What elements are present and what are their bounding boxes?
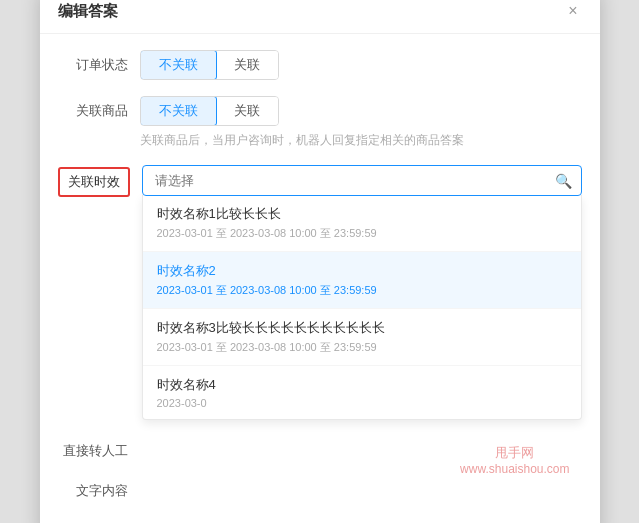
dialog-header: 编辑答案 × [40,0,600,34]
direct-transfer-row: 直接转人工 [58,436,582,460]
order-status-linked[interactable]: 关联 [216,51,278,79]
order-status-unlinked[interactable]: 不关联 [140,50,217,80]
dropdown-item-3[interactable]: 时效名称3比较长长长长长长长长长长长 2023-03-01 至 2023-03-… [143,309,581,366]
order-status-content: 不关联 关联 [140,50,582,80]
order-status-label: 订单状态 [58,50,128,74]
search-box-wrapper: 🔍 [142,165,582,196]
item-date-3: 2023-03-01 至 2023-03-08 10:00 至 23:59:59 [157,340,567,355]
related-product-content: 不关联 关联 关联商品后，当用户咨询时，机器人回复指定相关的商品答案 [140,96,582,149]
item-name-4: 时效名称4 [157,376,567,394]
close-button[interactable]: × [564,1,581,21]
dropdown-item-2[interactable]: 时效名称2 2023-03-01 至 2023-03-08 10:00 至 23… [143,252,581,309]
search-icon: 🔍 [555,173,572,189]
item-date-1: 2023-03-01 至 2023-03-08 10:00 至 23:59:59 [157,226,567,241]
item-date-2: 2023-03-01 至 2023-03-08 10:00 至 23:59:59 [157,283,567,298]
dropdown-item-1[interactable]: 时效名称1比较长长长 2023-03-01 至 2023-03-08 10:00… [143,195,581,252]
related-time-label: 关联时效 [58,167,130,197]
related-product-hint: 关联商品后，当用户咨询时，机器人回复指定相关的商品答案 [140,132,582,149]
related-time-row: 关联时效 🔍 时效名称1比较长长长 2023-03-01 至 2023-03-0… [58,165,582,420]
related-product-label: 关联商品 [58,96,128,120]
related-product-unlinked[interactable]: 不关联 [140,96,217,126]
item-name-2: 时效名称2 [157,262,567,280]
item-name-3: 时效名称3比较长长长长长长长长长长长 [157,319,567,337]
related-product-linked[interactable]: 关联 [216,97,278,125]
text-content-row: 文字内容 [58,476,582,500]
order-status-row: 订单状态 不关联 关联 [58,50,582,80]
direct-transfer-label: 直接转人工 [58,436,128,460]
order-status-toggle: 不关联 关联 [140,50,279,80]
dialog-title: 编辑答案 [58,2,118,21]
item-date-4: 2023-03-0 [157,397,567,409]
related-product-row: 关联商品 不关联 关联 关联商品后，当用户咨询时，机器人回复指定相关的商品答案 [58,96,582,149]
related-time-input[interactable] [142,165,582,196]
item-name-1: 时效名称1比较长长长 [157,205,567,223]
dropdown-item-4[interactable]: 时效名称4 2023-03-0 [143,366,581,419]
dialog-body: 订单状态 不关联 关联 关联商品 不关联 关联 关联商品后，当用户咨询时，机器人… [40,34,600,500]
edit-answer-dialog: 编辑答案 × 订单状态 不关联 关联 关联商品 不关联 关联 关联商品后，当用户… [40,0,600,523]
related-product-toggle: 不关联 关联 [140,96,279,126]
dropdown-list: 时效名称1比较长长长 2023-03-01 至 2023-03-08 10:00… [142,195,582,420]
related-time-content: 🔍 时效名称1比较长长长 2023-03-01 至 2023-03-08 10:… [142,165,582,420]
text-content-label: 文字内容 [58,476,128,500]
